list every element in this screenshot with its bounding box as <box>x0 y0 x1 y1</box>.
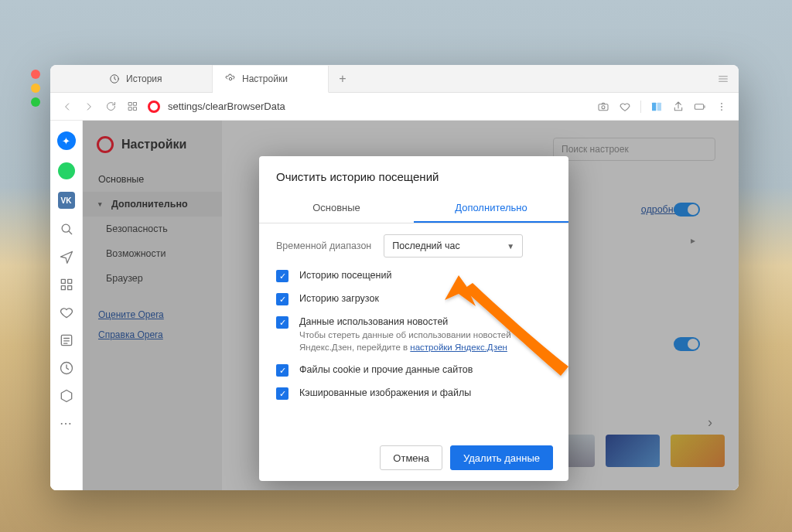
clear-data-dialog: Очистить историю посещений Основные Допо… <box>259 156 568 481</box>
zen-settings-link[interactable]: настройки Яндекс.Дзен <box>410 343 507 352</box>
nav-back-icon[interactable] <box>61 101 73 113</box>
check-browsing-history[interactable]: ✓ Историю посещений <box>276 270 551 282</box>
time-range-label: Временной диапазон <box>276 240 371 251</box>
dialog-tab-advanced[interactable]: Дополнительно <box>414 194 568 223</box>
kebab-icon[interactable] <box>715 101 728 113</box>
heart-rail-icon[interactable] <box>59 305 74 320</box>
url-field[interactable]: settings/clearBrowserData <box>148 101 588 113</box>
svg-rect-16 <box>67 279 71 283</box>
more-rail-icon[interactable]: ⋯ <box>60 416 73 431</box>
clear-data-button[interactable]: Удалить данные <box>450 445 553 470</box>
whatsapp-icon[interactable] <box>58 162 75 179</box>
svg-rect-4 <box>128 107 131 111</box>
tab-label: Настройки <box>242 73 288 84</box>
check-news-data[interactable]: ✓ Данные использования новостей Чтобы ст… <box>276 316 551 353</box>
url-text: settings/clearBrowserData <box>168 101 285 112</box>
svg-rect-6 <box>599 104 608 110</box>
search-icon[interactable] <box>59 221 74 237</box>
checkbox-icon: ✓ <box>276 293 288 305</box>
news-icon[interactable] <box>59 332 74 348</box>
svg-point-7 <box>602 105 605 108</box>
vk-icon[interactable]: VK <box>58 192 75 209</box>
check-cache[interactable]: ✓ Кэшированные изображения и файлы <box>276 387 551 400</box>
gear-icon <box>225 73 236 84</box>
svg-point-13 <box>721 109 722 111</box>
cancel-button[interactable]: Отмена <box>380 445 442 470</box>
svg-point-1 <box>229 77 232 80</box>
tab-label: История <box>126 73 162 84</box>
reload-icon[interactable] <box>104 101 117 113</box>
clock-icon <box>109 73 120 84</box>
checkbox-icon: ✓ <box>276 364 288 377</box>
tab-history[interactable]: История <box>97 65 213 92</box>
checkbox-list: ✓ Историю посещений ✓ Историю загрузок ✓… <box>276 270 551 400</box>
tab-settings[interactable]: Настройки <box>213 66 329 93</box>
nav-forward-icon[interactable] <box>83 101 95 113</box>
easy-setup-icon[interactable] <box>708 65 739 92</box>
tab-strip: История Настройки + <box>50 65 739 93</box>
checkbox-icon: ✓ <box>276 316 288 329</box>
sidebar-ext-icon[interactable] <box>650 101 663 113</box>
messenger-icon[interactable]: ✦ <box>57 131 76 150</box>
time-range-select[interactable]: Последний час ▼ <box>384 234 523 257</box>
svg-rect-5 <box>133 107 136 111</box>
battery-icon[interactable] <box>694 101 706 113</box>
time-range-value: Последний час <box>392 240 460 251</box>
svg-rect-17 <box>61 286 65 290</box>
mac-traffic-lights <box>31 70 40 107</box>
svg-rect-15 <box>61 279 65 283</box>
svg-point-12 <box>721 106 722 107</box>
svg-rect-9 <box>657 102 661 111</box>
svg-point-11 <box>721 102 722 104</box>
chevron-down-icon: ▼ <box>507 242 514 251</box>
svg-rect-18 <box>67 286 71 290</box>
check-cookies[interactable]: ✓ Файлы cookie и прочие данные сайтов <box>276 364 551 377</box>
heart-icon[interactable] <box>619 101 631 113</box>
share-icon[interactable] <box>672 101 684 113</box>
opera-badge-icon <box>148 101 160 113</box>
dialog-tab-basic[interactable]: Основные <box>259 194 414 223</box>
extensions-icon[interactable] <box>59 388 74 404</box>
snapshot-icon[interactable] <box>597 101 609 113</box>
address-bar: settings/clearBrowserData <box>50 93 739 121</box>
flow-icon[interactable] <box>59 249 74 264</box>
svg-point-14 <box>62 224 70 232</box>
dialog-title: Очистить историю посещений <box>276 170 551 183</box>
speed-dial-icon[interactable] <box>126 101 138 113</box>
dialog-tabs: Основные Дополнительно <box>259 194 568 223</box>
checkbox-icon: ✓ <box>276 387 288 400</box>
browser-window: История Настройки + settings/clearBrowse… <box>50 65 739 490</box>
speed-dial-rail-icon[interactable] <box>59 277 74 292</box>
svg-rect-8 <box>652 102 656 111</box>
history-rail-icon[interactable] <box>59 360 74 376</box>
checkbox-icon: ✓ <box>276 270 288 282</box>
svg-rect-10 <box>695 104 703 109</box>
left-rail: ✦ VK ⋯ <box>50 121 83 490</box>
check-download-history[interactable]: ✓ Историю загрузок <box>276 293 551 305</box>
svg-rect-2 <box>128 103 131 106</box>
time-range-row: Временной диапазон Последний час ▼ <box>276 234 551 257</box>
new-tab-button[interactable]: + <box>329 65 357 92</box>
svg-rect-3 <box>133 103 136 106</box>
